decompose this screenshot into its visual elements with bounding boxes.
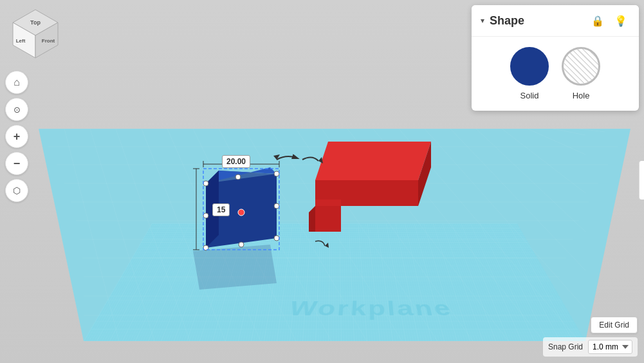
workplane — [84, 223, 585, 341]
svg-marker-58 — [318, 157, 323, 163]
grid-surface — [84, 223, 585, 341]
zoom-in-button[interactable]: + — [5, 125, 28, 148]
edit-grid-button[interactable]: Edit Grid — [591, 317, 638, 333]
hole-pattern — [564, 49, 598, 84]
perspective-button[interactable]: ⬡ — [5, 179, 28, 202]
svg-point-47 — [203, 181, 208, 186]
svg-text:Left: Left — [16, 38, 26, 44]
panel-body: Solid Hole — [472, 37, 639, 111]
shape-panel: ▾ Shape 🔒 💡 Solid Hole — [472, 5, 639, 111]
solid-circle — [510, 47, 549, 86]
svg-marker-57 — [273, 154, 280, 160]
svg-marker-41 — [315, 200, 341, 206]
zoom-out-button[interactable]: − — [5, 152, 28, 175]
dimension-width: 20.00 — [222, 155, 250, 168]
light-icon: 💡 — [614, 15, 627, 27]
home-button[interactable]: ⌂ — [5, 71, 28, 94]
hole-circle — [562, 47, 600, 86]
svg-point-52 — [274, 203, 279, 209]
hole-label: Hole — [573, 91, 590, 100]
panel-light-button[interactable]: 💡 — [612, 12, 630, 30]
panel-lock-button[interactable]: 🔒 — [589, 12, 607, 30]
solid-option[interactable]: Solid — [510, 47, 549, 100]
home-icon: ⌂ — [14, 77, 20, 88]
lock-icon: 🔒 — [591, 15, 604, 27]
left-toolbar: ⌂ ⊙ + − ⬡ — [5, 71, 28, 202]
svg-line-23 — [579, 129, 605, 132]
svg-marker-36 — [315, 142, 431, 180]
snap-grid-select[interactable]: 1.0 mm 0.5 mm 2.0 mm — [588, 340, 632, 354]
svg-line-22 — [553, 129, 585, 135]
dimension-depth: 15 — [212, 203, 230, 216]
hole-option[interactable]: Hole — [562, 47, 600, 100]
svg-line-19 — [476, 129, 585, 232]
zoom-fit-icon: ⊙ — [14, 105, 21, 115]
zoom-in-icon: + — [14, 130, 21, 144]
svg-point-51 — [235, 174, 241, 180]
panel-header: ▾ Shape 🔒 💡 — [472, 5, 639, 37]
solid-label: Solid — [520, 91, 539, 100]
svg-text:Top: Top — [30, 19, 41, 26]
svg-marker-44 — [206, 167, 277, 183]
panel-collapse-button[interactable]: ▾ — [481, 16, 484, 25]
snap-grid-label: Snap Grid — [548, 342, 583, 351]
right-edge-panel — [639, 161, 644, 200]
zoom-out-icon: − — [14, 157, 21, 171]
zoom-fit-button[interactable]: ⊙ — [5, 98, 28, 121]
snap-grid-row: Snap Grid 1.0 mm 0.5 mm 2.0 mm — [543, 337, 638, 357]
nav-cube[interactable]: Top Left Front — [6, 6, 64, 64]
svg-marker-38 — [418, 142, 431, 206]
svg-point-48 — [274, 171, 279, 176]
panel-title: Shape — [490, 14, 584, 28]
svg-text:Front: Front — [42, 38, 55, 44]
perspective-icon: ⬡ — [13, 185, 21, 196]
svg-marker-37 — [315, 180, 418, 206]
bottom-right-controls: Edit Grid Snap Grid 1.0 mm 0.5 mm 2.0 mm — [543, 317, 638, 357]
svg-line-20 — [502, 129, 585, 193]
svg-point-54 — [203, 213, 208, 218]
3d-viewport[interactable]: Workplane — [0, 0, 644, 363]
svg-line-21 — [528, 129, 585, 154]
svg-line-2 — [39, 129, 84, 341]
svg-point-55 — [238, 209, 244, 216]
